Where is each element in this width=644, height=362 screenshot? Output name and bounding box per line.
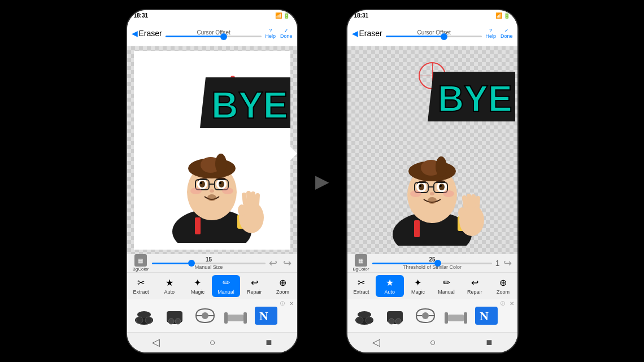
done-button-left[interactable]: ✓ Done — [280, 28, 293, 39]
ad-item-3-right — [411, 302, 440, 330]
right-num: 1 — [495, 259, 500, 268]
svg-point-68 — [443, 190, 454, 197]
redo-button-right[interactable]: ↪ — [503, 257, 512, 269]
svg-rect-42 — [243, 312, 247, 324]
tool-magic-right[interactable]: ✦ Magic — [404, 275, 432, 297]
svg-line-26 — [249, 193, 249, 202]
toolbar-left: ✂ Extract ★ Auto ✦ Magic ✏ Manual ↩ Re — [127, 272, 297, 299]
svg-point-13 — [199, 181, 205, 187]
help-button-left[interactable]: ? Help — [265, 28, 276, 39]
svg-point-37 — [175, 319, 181, 324]
tool-extract-right[interactable]: ✂ Extract — [347, 275, 376, 297]
arrow-between: ▶ — [315, 171, 329, 192]
svg-line-25 — [244, 195, 245, 203]
magic-icon-left: ✦ — [194, 277, 201, 288]
right-controls: 1 ↪ — [495, 257, 512, 269]
svg-point-29 — [238, 204, 246, 216]
bye-text-right: BYE — [428, 72, 515, 124]
cursor-offset-left: Cursor Offset — [166, 29, 262, 37]
svg-point-20 — [210, 189, 214, 193]
undo-button-left[interactable]: ↩ — [269, 257, 277, 269]
bgcolor-button-right[interactable]: ▦ BgColor — [353, 254, 369, 272]
top-bar-left: ◀ Eraser Cursor Offset ? Help — [127, 21, 297, 46]
svg-point-67 — [410, 190, 421, 197]
redo-button-left[interactable]: ↪ — [283, 257, 291, 269]
ad-item-5-left: N — [251, 302, 281, 330]
size-row-left: ▦ BgColor 15 Manual Size ↩ ↪ — [127, 254, 297, 272]
svg-point-23 — [222, 187, 233, 194]
tool-manual-right[interactable]: ✏ Manual — [432, 275, 460, 297]
nav-home-left[interactable]: ○ — [210, 337, 216, 348]
zoom-icon-right: ⊕ — [499, 277, 507, 288]
back-button-right[interactable]: ◀ Eraser — [352, 29, 382, 38]
canvas-right[interactable]: BYE — [347, 46, 517, 254]
nav-menu-left[interactable]: ■ — [266, 337, 272, 348]
repair-icon-left: ↩ — [251, 277, 258, 288]
ad-banner-right[interactable]: ⓘ ✕ — [347, 299, 517, 332]
white-arrow-left — [280, 137, 297, 173]
ad-item-4-left — [221, 302, 250, 330]
status-icons-left: 📶 🔋 — [275, 12, 290, 19]
back-button-left[interactable]: ◀ Eraser — [132, 29, 162, 38]
svg-point-81 — [389, 319, 394, 324]
svg-point-83 — [422, 312, 429, 319]
svg-rect-86 — [445, 312, 448, 324]
ad-item-1-right — [350, 302, 379, 330]
help-button-right[interactable]: ? Help — [485, 28, 496, 39]
svg-rect-4 — [195, 217, 201, 234]
size-row-right: ▦ BgColor 25 Threshold of Similar Color … — [347, 254, 517, 272]
svg-point-59 — [439, 184, 445, 190]
svg-point-10 — [215, 154, 227, 174]
svg-point-36 — [168, 319, 174, 324]
tool-repair-right[interactable]: ↩ Repair — [460, 275, 489, 297]
svg-rect-88 — [448, 315, 464, 321]
svg-line-73 — [477, 198, 478, 207]
bgcolor-button-left[interactable]: ▦ BgColor — [133, 254, 149, 272]
tool-repair-left[interactable]: ↩ Repair — [240, 275, 268, 297]
svg-text:BYE: BYE — [211, 84, 288, 126]
bye-text-left: BYE — [200, 77, 290, 130]
bgcolor-icon-right: ▦ — [355, 254, 367, 267]
svg-point-16 — [219, 182, 221, 184]
svg-rect-49 — [414, 220, 420, 237]
bottom-nav-left: ◁ ○ ■ — [127, 332, 297, 352]
undo-redo-left: ↩ ↪ — [269, 257, 291, 269]
svg-point-55 — [436, 156, 447, 177]
time-right: 18:31 — [354, 12, 369, 19]
svg-rect-43 — [228, 315, 243, 321]
tool-auto-right[interactable]: ★ Auto — [376, 275, 404, 297]
tool-zoom-left[interactable]: ⊕ Zoom — [268, 275, 297, 297]
ad-banner-left[interactable]: ⓘ ✕ — [127, 299, 297, 332]
tool-auto-left[interactable]: ★ Auto — [155, 275, 184, 297]
nav-home-right[interactable]: ○ — [430, 337, 436, 348]
ad-close-left[interactable]: ✕ — [289, 300, 294, 307]
svg-rect-87 — [464, 312, 467, 324]
tool-magic-left[interactable]: ✦ Magic — [184, 275, 212, 297]
size-slider-left[interactable]: 15 Manual Size — [152, 256, 265, 270]
manual-icon-right: ✏ — [443, 277, 450, 288]
tool-manual-left[interactable]: ✏ Manual — [212, 275, 240, 297]
svg-point-15 — [200, 182, 202, 184]
done-button-right[interactable]: ✓ Done — [501, 28, 513, 39]
magic-icon-right: ✦ — [414, 277, 421, 288]
tool-extract-left[interactable]: ✂ Extract — [127, 275, 155, 297]
canvas-left[interactable]: BYE — [127, 46, 297, 254]
svg-point-78 — [365, 317, 372, 324]
auto-icon-right: ★ — [386, 277, 394, 288]
svg-line-71 — [469, 196, 469, 205]
svg-point-65 — [430, 192, 434, 195]
size-slider-right[interactable]: 25 Threshold of Similar Color — [372, 256, 491, 270]
ad-item-1-left — [129, 302, 159, 330]
status-icons-right: 📶 🔋 — [495, 12, 511, 19]
svg-point-58 — [419, 184, 424, 190]
top-bar-right: ◀ Eraser Cursor Offset ? Help — [347, 21, 517, 46]
status-bar-right: 18:31 📶 🔋 — [347, 10, 517, 21]
avatar-right — [352, 106, 513, 246]
ad-close-right[interactable]: ✕ — [510, 300, 514, 307]
nav-back-right[interactable]: ◁ — [372, 336, 380, 348]
svg-point-82 — [395, 319, 401, 324]
nav-back-left[interactable]: ◁ — [152, 336, 160, 348]
nav-menu-right[interactable]: ■ — [486, 337, 492, 348]
svg-point-74 — [458, 207, 466, 219]
tool-zoom-right[interactable]: ⊕ Zoom — [489, 275, 517, 297]
